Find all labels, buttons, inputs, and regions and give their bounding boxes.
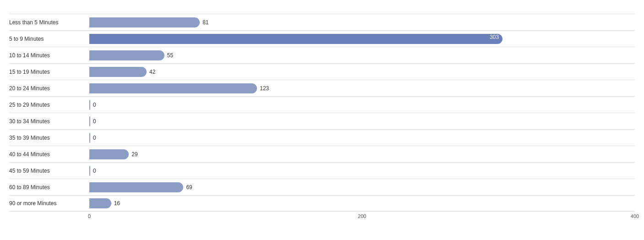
- bar-row: 30 to 34 Minutes0: [9, 113, 635, 129]
- bar-label: 10 to 14 Minutes: [9, 52, 89, 59]
- bar-fill: [89, 17, 200, 27]
- bar-track: 0: [89, 113, 635, 129]
- bar-row: 45 to 59 Minutes0: [9, 162, 635, 179]
- bar-track: 42: [89, 64, 635, 80]
- bar-value: 0: [93, 102, 96, 108]
- bar-value: 69: [186, 184, 192, 191]
- chart-container: Less than 5 Minutes815 to 9 Minutes30310…: [0, 0, 644, 240]
- bar-track: 0: [89, 163, 635, 179]
- bar-row: 20 to 24 Minutes123: [9, 80, 635, 96]
- bar-value: 29: [131, 151, 137, 158]
- bar-track: 81: [89, 14, 635, 30]
- bar-fill: [89, 182, 183, 192]
- bar-row: 5 to 9 Minutes303: [9, 30, 635, 47]
- bar-label: 25 to 29 Minutes: [9, 102, 89, 108]
- bar-row: 15 to 19 Minutes42: [9, 63, 635, 80]
- bar-value: 0: [93, 168, 96, 174]
- bar-fill: 303: [89, 34, 502, 44]
- bar-row: Less than 5 Minutes81: [9, 14, 635, 30]
- bar-label: 20 to 24 Minutes: [9, 85, 89, 92]
- bar-fill: [89, 67, 147, 77]
- bar-value: 0: [93, 118, 96, 125]
- bar-row: 10 to 14 Minutes55: [9, 47, 635, 63]
- bar-row: 40 to 44 Minutes29: [9, 146, 635, 162]
- bar-label: 5 to 9 Minutes: [9, 36, 89, 42]
- bar-label: 15 to 19 Minutes: [9, 69, 89, 75]
- bar-label: 60 to 89 Minutes: [9, 184, 89, 191]
- bar-track: 0: [89, 130, 635, 146]
- bar-value: 123: [260, 85, 269, 92]
- bar-row: 35 to 39 Minutes0: [9, 129, 635, 146]
- bar-fill: [89, 149, 129, 159]
- bar-track: 69: [89, 179, 635, 195]
- bar-label: 45 to 59 Minutes: [9, 168, 89, 174]
- bar-label: 90 or more Minutes: [9, 200, 89, 207]
- bar-fill: [89, 133, 90, 143]
- bar-fill: [89, 50, 164, 60]
- bar-value: 0: [93, 135, 96, 141]
- bar-track: 303: [89, 31, 635, 47]
- bar-value: 303: [490, 34, 499, 40]
- bar-track: 0: [89, 97, 635, 113]
- chart-area: Less than 5 Minutes815 to 9 Minutes30310…: [9, 14, 635, 212]
- x-axis-tick: 400: [631, 213, 639, 219]
- bar-fill: [89, 166, 90, 176]
- bar-track: 29: [89, 146, 635, 162]
- bar-label: 30 to 34 Minutes: [9, 118, 89, 125]
- bar-fill: [89, 198, 111, 208]
- bar-value: 16: [114, 200, 120, 207]
- bar-row: 90 or more Minutes16: [9, 195, 635, 212]
- bar-row: 60 to 89 Minutes69: [9, 179, 635, 195]
- bar-track: 123: [89, 80, 635, 96]
- bar-label: Less than 5 Minutes: [9, 19, 89, 26]
- bar-label: 40 to 44 Minutes: [9, 151, 89, 158]
- bar-value: 81: [202, 19, 208, 26]
- x-axis-tick: 200: [358, 213, 366, 219]
- bar-fill: [89, 100, 90, 110]
- bar-track: 55: [89, 47, 635, 63]
- bar-fill: [89, 116, 90, 126]
- bar-value: 55: [167, 52, 173, 59]
- x-axis-tick: 0: [88, 213, 91, 219]
- bar-track: 16: [89, 196, 635, 211]
- x-axis: 0200400: [9, 213, 635, 223]
- bar-fill: [89, 83, 257, 93]
- bar-value: 42: [149, 69, 155, 75]
- bar-label: 35 to 39 Minutes: [9, 135, 89, 141]
- bar-row: 25 to 29 Minutes0: [9, 96, 635, 113]
